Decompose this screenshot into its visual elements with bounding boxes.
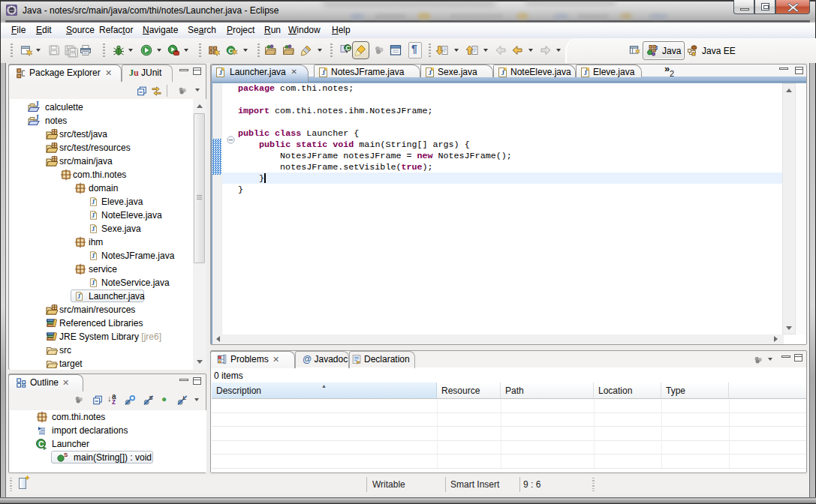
svg-text:S: S	[149, 394, 153, 401]
svg-text:L: L	[183, 394, 187, 401]
